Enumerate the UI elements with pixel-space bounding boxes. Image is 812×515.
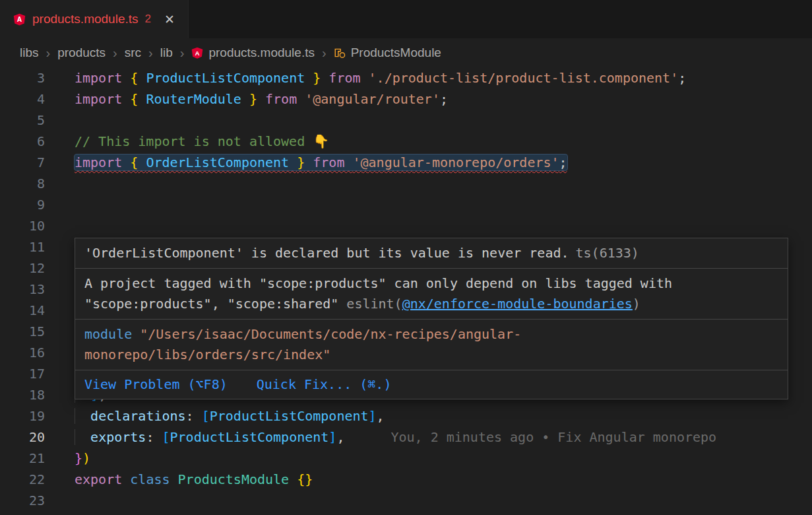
line-number: 3 [0, 67, 45, 88]
hover-popup: 'OrderListComponent' is declared but its… [75, 238, 788, 399]
line-number: 7 [0, 152, 45, 173]
close-icon[interactable]: ✕ [164, 12, 175, 27]
line-content: import { OrderListComponent } from '@ang… [45, 152, 567, 173]
line-number: 11 [0, 236, 45, 258]
hover-module-info: module"/Users/isaac/Documents/code/nx-re… [75, 319, 788, 370]
breadcrumb-label: ProductsModule [351, 46, 441, 60]
line-content: }) [45, 448, 90, 469]
line-content: import { RouterModule } from '@angular/r… [45, 88, 448, 110]
line-number: 23 [0, 490, 45, 511]
line-number: 13 [0, 279, 45, 300]
breadcrumb: libs › products › src › lib › A products… [0, 38, 812, 67]
chevron-right-icon: › [113, 46, 117, 61]
line-content [45, 490, 75, 511]
line-content [45, 173, 75, 194]
svg-text:A: A [17, 16, 22, 23]
code-line-20[interactable]: 20 exports: [ProductListComponent],You, … [0, 427, 812, 448]
code-line-6[interactable]: 6// This import is not allowed 👇 [0, 131, 812, 152]
chevron-right-icon: › [46, 46, 51, 61]
breadcrumb-label: src [125, 46, 141, 60]
line-number: 8 [0, 173, 45, 194]
breadcrumb-item-products[interactable]: products [57, 46, 106, 60]
module-keyword: module [84, 326, 132, 342]
line-number: 10 [0, 215, 45, 236]
line-content: exports: [ProductListComponent],You, 2 m… [45, 427, 716, 448]
breadcrumb-label: products.module.ts [208, 46, 315, 60]
class-symbol-icon [334, 47, 346, 59]
line-number: 16 [0, 342, 45, 363]
code-line-5[interactable]: 5 [0, 110, 812, 131]
tab-title: products.module.ts [32, 12, 139, 26]
code-line-9[interactable]: 9 [0, 194, 812, 215]
code-line-10[interactable]: 10 [0, 215, 812, 236]
breadcrumb-label: lib [160, 46, 173, 60]
line-content [45, 110, 75, 131]
breadcrumb-label: products [57, 46, 106, 60]
code-line-21[interactable]: 21}) [0, 448, 812, 469]
quick-fix-action[interactable]: Quick Fix... (⌘.) [257, 374, 392, 395]
view-problem-action[interactable]: View Problem (⌥F8) [84, 374, 228, 395]
line-number: 22 [0, 469, 45, 490]
code-line-7[interactable]: 7import { OrderListComponent } from '@an… [0, 152, 812, 173]
breadcrumb-item-file[interactable]: A products.module.ts [191, 46, 315, 60]
module-path-line1: "/Users/isaac/Documents/code/nx-recipes/… [140, 326, 521, 342]
line-content [45, 300, 75, 321]
svg-text:A: A [195, 50, 200, 57]
error-highlighted-code: import { OrderListComponent } from '@ang… [75, 154, 567, 170]
code-line-22[interactable]: 22export class ProductsModule {} [0, 469, 812, 490]
tab-bar: A products.module.ts 2 ✕ [0, 0, 812, 38]
line-number: 15 [0, 321, 45, 342]
hover-ts-error: 'OrderListComponent' is declared but its… [75, 238, 788, 268]
code-line-19[interactable]: 19 declarations: [ProductListComponent], [0, 405, 812, 427]
line-number: 14 [0, 300, 45, 321]
line-number: 4 [0, 88, 45, 110]
code-editor[interactable]: 3import { ProductListComponent } from '.… [0, 67, 812, 511]
line-content [45, 215, 75, 236]
tab-products-module[interactable]: A products.module.ts 2 ✕ [0, 0, 189, 38]
angular-icon: A [13, 13, 26, 26]
line-content [45, 258, 75, 279]
breadcrumb-item-libs[interactable]: libs [20, 46, 39, 60]
line-content: // This import is not allowed 👇 [45, 131, 329, 152]
line-content [45, 279, 75, 300]
line-number: 17 [0, 363, 45, 384]
line-number: 19 [0, 405, 45, 427]
line-content: import { ProductListComponent } from './… [45, 67, 686, 88]
ts-error-message: 'OrderListComponent' is declared but its… [84, 245, 569, 261]
code-line-4[interactable]: 4import { RouterModule } from '@angular/… [0, 88, 812, 110]
chevron-right-icon: › [180, 46, 185, 61]
line-content: export class ProductsModule {} [45, 469, 313, 490]
line-content: declarations: [ProductListComponent], [45, 405, 385, 427]
line-content [45, 194, 75, 215]
hover-eslint-error: A project tagged with "scope:products" c… [75, 268, 788, 319]
indent-guides [75, 429, 90, 445]
indent-guides [75, 408, 90, 424]
eslint-message-line2: "scope:products", "scope:shared" [84, 296, 338, 312]
line-number: 12 [0, 258, 45, 279]
breadcrumb-item-lib[interactable]: lib [160, 46, 173, 60]
angular-icon: A [191, 47, 203, 59]
line-number: 5 [0, 110, 45, 131]
code-line-8[interactable]: 8 [0, 173, 812, 194]
eslint-source-suffix: ) [633, 296, 640, 312]
ts-error-code: ts(6133) [576, 245, 639, 261]
chevron-right-icon: › [148, 46, 153, 61]
git-blame-annotation: You, 2 minutes ago • Fix Angular monorep… [390, 429, 716, 445]
code-line-3[interactable]: 3import { ProductListComponent } from '.… [0, 67, 812, 88]
line-content [45, 236, 75, 258]
module-path-line2: monorepo/libs/orders/src/index" [84, 347, 330, 362]
code-line-23[interactable]: 23 [0, 490, 812, 511]
line-number: 9 [0, 194, 45, 215]
tab-problems-badge: 2 [145, 13, 151, 26]
breadcrumb-item-src[interactable]: src [125, 46, 141, 60]
line-number: 21 [0, 448, 45, 469]
eslint-source-prefix: eslint( [338, 296, 402, 312]
chevron-right-icon: › [322, 46, 327, 61]
hover-actions: View Problem (⌥F8) Quick Fix... (⌘.) [75, 370, 788, 399]
breadcrumb-label: libs [20, 46, 39, 60]
breadcrumb-item-symbol[interactable]: ProductsModule [334, 46, 441, 60]
eslint-message-line1: A project tagged with "scope:products" c… [84, 275, 672, 291]
line-number: 6 [0, 131, 45, 152]
line-number: 18 [0, 384, 45, 405]
eslint-rule-link[interactable]: @nx/enforce-module-boundaries [402, 296, 633, 312]
